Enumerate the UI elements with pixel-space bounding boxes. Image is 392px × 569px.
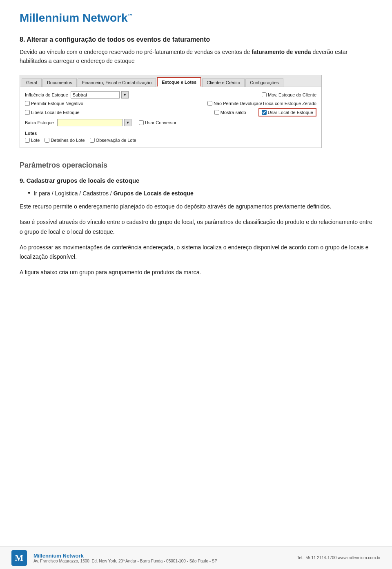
- footer-info: Millennium Network Av. Francisco Mataraz…: [33, 553, 217, 563]
- libera-local-checkbox[interactable]: [25, 110, 30, 115]
- mostra-saldo-checkbox[interactable]: [214, 110, 219, 115]
- panel-body: Influência do Estoque ▼ Mov. Estoque do …: [20, 87, 321, 148]
- ui-panel: Geral Documentos Financeiro, Fiscal e Co…: [20, 75, 322, 148]
- footer-logo: M: [11, 550, 27, 566]
- bullet-dot: •: [28, 189, 30, 198]
- bullet-item: • Ir para / Logística / Cadastros / Grup…: [28, 189, 372, 198]
- section8-heading: 8. Alterar a configuração de todos os ev…: [20, 36, 372, 43]
- observacao-lote-label: Observação de Lote: [96, 138, 136, 143]
- usar-local-box: Usar Local de Estoque: [258, 108, 316, 116]
- section9-heading: 9. Cadastrar grupos de locais de estoque: [20, 177, 372, 184]
- section8-intro: Devido ao vínculo com o endereço reserva…: [20, 47, 372, 66]
- influencia-label: Influência do Estoque: [25, 92, 68, 97]
- footer-brand-name: Millennium Network: [33, 553, 217, 559]
- tab-cliente-credito[interactable]: Cliente e Crédito: [202, 78, 245, 87]
- baixa-estoque-label: Baixa Estoque: [25, 120, 54, 125]
- section9-para4: A figura abaixo cria um grupo para agrup…: [20, 268, 372, 278]
- mostra-saldo-label: Mostra saldo: [220, 110, 246, 115]
- section9-para3: Ao processar as movimentações de conferê…: [20, 243, 372, 262]
- observacao-lote-check[interactable]: Observação de Lote: [90, 138, 136, 143]
- nao-permite-devolucao-label: Não Permite Devolução/Troca com Estoque …: [214, 101, 316, 106]
- influencia-dropdown[interactable]: ▼: [121, 91, 129, 99]
- lotes-title: Lotes: [25, 129, 316, 136]
- detalhes-lote-check[interactable]: Detalhes do Lote: [45, 138, 85, 143]
- nao-permite-devolucao-check[interactable]: Não Permite Devolução/Troca com Estoque …: [207, 101, 316, 106]
- permitir-negativo-checkbox[interactable]: [25, 101, 30, 106]
- lote-check[interactable]: Lote: [25, 138, 40, 143]
- brand-title: Millennium Network™: [20, 11, 372, 25]
- libera-local-label: Libera Local de Estoque: [31, 110, 80, 115]
- section9-para2: Isso é possível através do vínculo entre…: [20, 217, 372, 237]
- influencia-select-row: ▼: [71, 91, 129, 99]
- observacao-lote-checkbox[interactable]: [90, 138, 95, 143]
- params-heading: Parâmetros operacionais: [20, 161, 372, 170]
- usar-local-checkbox[interactable]: [262, 110, 267, 115]
- tab-documentos[interactable]: Documentos: [42, 78, 77, 87]
- tab-estoque-lotes[interactable]: Estoque e Lotes: [157, 77, 201, 87]
- libera-local-check[interactable]: Libera Local de Estoque: [25, 110, 80, 115]
- mov-estoque-cliente-check[interactable]: Mov. Estoque do Cliente: [262, 92, 316, 97]
- detalhes-lote-label: Detalhes do Lote: [51, 138, 85, 143]
- baixa-estoque-btn[interactable]: ▼: [124, 119, 131, 126]
- tab-geral[interactable]: Geral: [22, 78, 42, 87]
- tabs-bar: Geral Documentos Financeiro, Fiscal e Co…: [20, 75, 321, 87]
- influencia-input[interactable]: [71, 91, 120, 99]
- baixa-estoque-input[interactable]: [57, 119, 122, 126]
- tab-financeiro[interactable]: Financeiro, Fiscal e Contabilização: [78, 78, 156, 87]
- permitir-negativo-check[interactable]: Permitir Estoque Negativo: [25, 101, 83, 106]
- lotes-row: Lote Detalhes do Lote Observação de Lote: [25, 138, 316, 143]
- usar-conversor-check[interactable]: Usar Conversor: [139, 120, 176, 125]
- lotes-section: Lotes Lote Detalhes do Lote Observação d…: [25, 129, 316, 143]
- footer: M Millennium Network Av. Francisco Matar…: [0, 546, 392, 569]
- usar-local-label: Usar Local de Estoque: [268, 110, 313, 115]
- tab-configuracoes[interactable]: Configurações: [245, 78, 283, 87]
- mov-estoque-cliente-label: Mov. Estoque do Cliente: [268, 92, 316, 97]
- mostra-saldo-check[interactable]: Mostra saldo: [214, 110, 246, 115]
- usar-conversor-label: Usar Conversor: [145, 120, 176, 125]
- bullet-text: Ir para / Logística / Cadastros / Grupos…: [33, 189, 193, 198]
- footer-address: Av. Francisco Matarazzo, 1500, Ed. New Y…: [33, 559, 217, 563]
- section9-para1: Este recurso permite o endereçamento pla…: [20, 202, 372, 212]
- detalhes-lote-checkbox[interactable]: [45, 138, 49, 143]
- mov-estoque-cliente-checkbox[interactable]: [262, 92, 267, 97]
- usar-conversor-checkbox[interactable]: [139, 120, 144, 125]
- nao-permite-devolucao-checkbox[interactable]: [207, 101, 212, 106]
- baixa-estoque-row: ▼: [57, 119, 131, 126]
- lote-checkbox[interactable]: [25, 138, 30, 143]
- lote-label: Lote: [31, 138, 40, 143]
- permitir-negativo-label: Permitir Estoque Negativo: [31, 101, 83, 106]
- footer-contact: Tel.: 55 11 2114-1700 www.millennium.com…: [297, 556, 381, 560]
